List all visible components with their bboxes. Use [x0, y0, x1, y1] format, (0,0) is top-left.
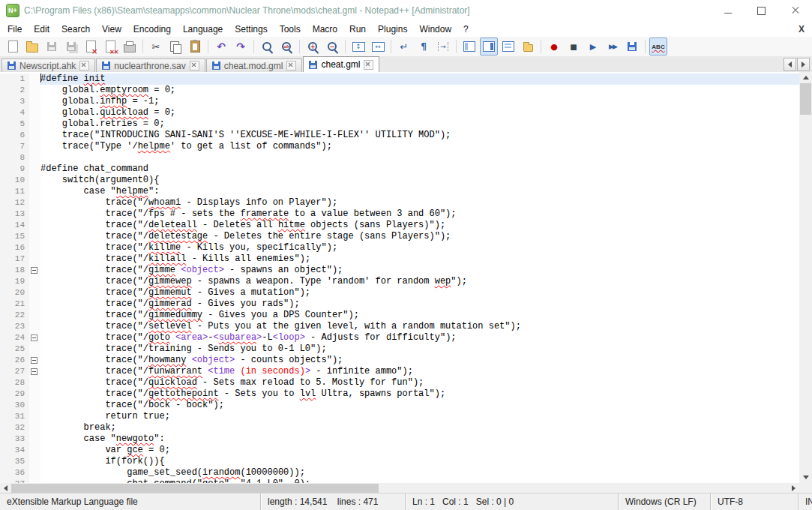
close-document-button[interactable]: X — [799, 24, 805, 34]
zoom-out-button[interactable]: − — [323, 38, 341, 56]
menu-item-plugins[interactable]: Plugins — [372, 22, 413, 36]
code-text[interactable]: #define init — [40, 74, 799, 85]
new-file-button[interactable] — [4, 38, 22, 56]
menu-item-settings[interactable]: Settings — [229, 22, 273, 36]
code-text[interactable]: #define chat_command — [40, 164, 799, 175]
replace-button[interactable]: ab — [277, 38, 295, 56]
menu-item-search[interactable]: Search — [55, 22, 96, 36]
tab-cheat.mod.gml[interactable]: cheat.mod.gml — [206, 58, 303, 72]
find-button[interactable] — [258, 38, 276, 56]
tab-scroll-left-button[interactable] — [784, 58, 796, 71]
open-file-button[interactable] — [23, 38, 41, 56]
copy-button[interactable] — [166, 38, 184, 56]
code-text[interactable]: var gce = 0; — [40, 445, 799, 456]
playback-macro-button[interactable]: ▶ — [584, 38, 602, 56]
show-all-characters-button[interactable]: ¶ — [415, 38, 433, 56]
code-text[interactable]: trace("/fps # - sets the framerate to a … — [40, 208, 799, 220]
code-text[interactable]: trace("/gimmerad - Gives you rads"); — [40, 298, 799, 310]
tab-cheat.gml[interactable]: cheat.gml — [303, 56, 379, 72]
document-list-button[interactable] — [499, 38, 517, 56]
close-file-button[interactable] — [82, 38, 100, 56]
word-wrap-button[interactable]: ↵ — [395, 38, 413, 56]
synchronize-horizontal-scrolling-button[interactable]: ↔ — [369, 38, 387, 56]
code-text[interactable]: trace("/bock - bock"); — [40, 400, 799, 411]
code-text[interactable]: trace("/killall - Kills all enemies"); — [40, 254, 799, 265]
fold-collapse-box-icon[interactable] — [31, 334, 37, 341]
code-text[interactable]: trace("Type '/helpme' to get a list of c… — [40, 141, 799, 152]
code-text[interactable]: break; — [40, 422, 799, 434]
cut-button[interactable]: ✂ — [147, 38, 165, 56]
fold-collapse-box-icon[interactable] — [31, 267, 37, 274]
code-editor[interactable]: 1#define init2 global.emptyroom = 0;3 gl… — [0, 72, 799, 483]
scroll-down-button[interactable] — [799, 472, 812, 483]
code-text[interactable]: case "newgoto": — [40, 434, 799, 445]
menu-item-window[interactable]: Window — [413, 22, 457, 36]
fold-collapse-box-icon[interactable] — [31, 357, 37, 364]
code-text[interactable]: global.infhp = -1; — [40, 96, 799, 107]
tab-close-icon[interactable] — [286, 61, 296, 70]
scroll-left-button[interactable] — [0, 483, 11, 494]
menu-item-encoding[interactable]: Encoding — [127, 22, 177, 36]
synchronize-vertical-scrolling-button[interactable]: ↕ — [349, 38, 367, 56]
tab-close-icon[interactable] — [79, 61, 89, 70]
maximize-button[interactable] — [745, 0, 778, 21]
minimize-button[interactable] — [711, 0, 745, 21]
tab-newscript.ahk[interactable]: Newscript.ahk — [1, 58, 95, 72]
scroll-right-button[interactable] — [788, 483, 799, 494]
code-text[interactable]: global.quickload = 0; — [40, 107, 799, 118]
code-text[interactable]: if(fork()){ — [40, 456, 799, 467]
close-all-files-button[interactable] — [101, 38, 119, 56]
code-text[interactable]: trace("/setlevel - Puts you at the given… — [40, 321, 799, 332]
tab-nuclearthrone.sav[interactable]: nuclearthrone.sav — [96, 58, 205, 72]
save-recorded-macro-button[interactable] — [623, 38, 641, 56]
code-text[interactable]: trace("/training - Sends you to 0-1 L0")… — [40, 344, 799, 355]
vertical-scrollbar-thumb[interactable] — [800, 83, 811, 115]
code-text[interactable]: trace("/gimmewep - spawns a weapon. Type… — [40, 276, 799, 287]
start-recording-macro-button[interactable]: ● — [545, 38, 563, 56]
code-text[interactable]: trace("/goto <area>-<subarea>-L<loop> - … — [40, 332, 799, 344]
menu-item-edit[interactable]: Edit — [28, 22, 55, 36]
horizontal-scrollbar-thumb[interactable] — [11, 484, 379, 493]
menu-item-view[interactable]: View — [96, 22, 127, 36]
paste-button[interactable] — [186, 38, 204, 56]
folder-as-workspace-button[interactable] — [519, 38, 537, 56]
code-text[interactable]: trace("INTRODUCING SANI-SANI'S ''EXCUSE-… — [40, 130, 799, 141]
menu-item-language[interactable]: Language — [177, 22, 229, 36]
vertical-scrollbar[interactable] — [799, 72, 812, 483]
menu-item-tools[interactable]: Tools — [274, 22, 307, 36]
fold-collapse-box-icon[interactable] — [31, 368, 37, 375]
code-text[interactable]: trace("/whoami - Displays info on Player… — [40, 197, 799, 208]
code-text[interactable]: return true; — [40, 411, 799, 422]
show-indent-guide-button[interactable]: → — [434, 38, 452, 56]
code-text[interactable]: trace("/gimmedummy - Gives you a DPS Cou… — [40, 310, 799, 321]
code-text[interactable]: trace("/killme - Kills you, specifically… — [40, 242, 799, 254]
redo-button[interactable]: ↷ — [232, 38, 250, 56]
menu-item-run[interactable]: Run — [343, 22, 372, 36]
tab-close-icon[interactable] — [364, 60, 373, 70]
horizontal-scrollbar[interactable] — [0, 483, 799, 494]
code-text[interactable]: trace("/deletestage - Deletes the entire… — [40, 231, 799, 242]
code-text[interactable]: game_set_seed(irandom(10000000)); — [40, 467, 799, 478]
menu-item-file[interactable]: File — [1, 22, 28, 36]
menu-item-help[interactable]: ? — [457, 22, 475, 36]
tab-close-icon[interactable] — [190, 61, 199, 70]
code-text[interactable]: trace("/gettothepoint - Sets you to lvl … — [40, 388, 799, 400]
code-text[interactable]: trace("/gimmemut - Gives a mutation"); — [40, 287, 799, 298]
spell-check-button[interactable]: ABC — [649, 38, 667, 56]
undo-button[interactable]: ↶ — [212, 38, 230, 56]
function-list-button[interactable] — [460, 38, 478, 56]
tab-scroll-right-button[interactable] — [797, 58, 810, 71]
print-button[interactable] — [121, 38, 139, 56]
code-text[interactable]: global.retries = 0; — [40, 118, 799, 130]
code-text[interactable]: switch(argument0){ — [40, 175, 799, 186]
code-text[interactable]: global.emptyroom = 0; — [40, 85, 799, 96]
code-text[interactable]: case "helpme": — [40, 186, 799, 197]
code-text[interactable]: trace("/quickload - Sets max reload to 5… — [40, 377, 799, 388]
scroll-up-button[interactable] — [799, 72, 812, 83]
code-text[interactable]: trace("/howmany <object> - counts object… — [40, 355, 799, 366]
code-text[interactable] — [40, 152, 799, 164]
code-text[interactable]: trace("/gimme <object> - spawns an objec… — [40, 265, 799, 276]
zoom-in-button[interactable]: + — [304, 38, 322, 56]
close-button[interactable] — [778, 0, 812, 21]
run-macro-multiple-times-button[interactable]: ▶▶ — [604, 38, 622, 56]
